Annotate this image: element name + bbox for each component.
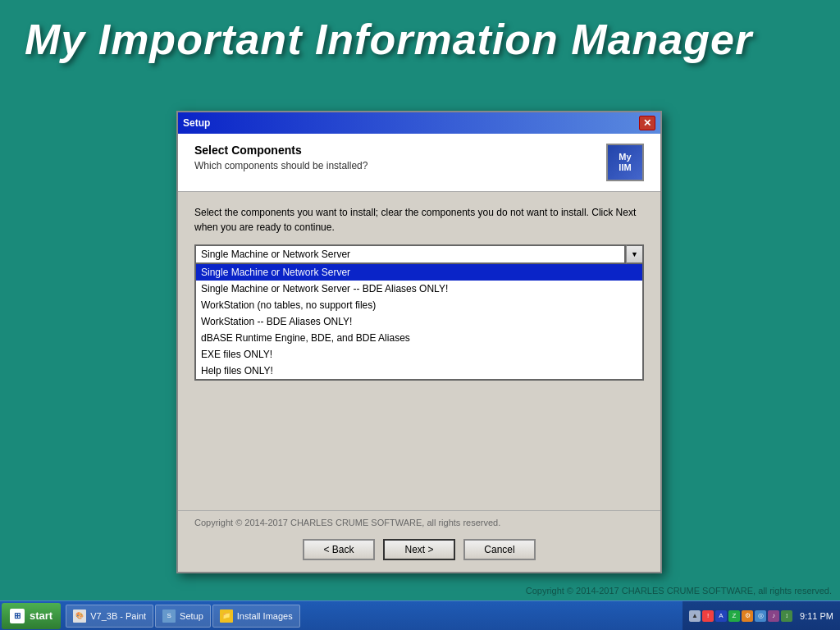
dropdown-option-3[interactable]: WorkStation -- BDE Aliases ONLY! [196,313,642,330]
tray-icon-5: ⚙ [742,610,753,622]
start-label: start [30,609,52,622]
dialog-titlebar: Setup ✕ [178,112,660,134]
paint-icon: 🎨 [73,609,86,623]
dropdown-option-5[interactable]: EXE files ONLY! [196,346,642,363]
dialog-heading: Select Components [194,144,368,157]
dropdown-option-2[interactable]: WorkStation (no tables, no support files… [196,297,642,313]
taskbar-items: 🎨 V7_3B - Paint S Setup 📁 Install Images [62,605,682,628]
dialog-buttons: < Back Next > Cancel [178,531,660,572]
tray-icon-1: ▲ [689,610,701,622]
dropdown-option-1[interactable]: Single Machine or Network Server -- BDE … [196,281,642,297]
taskbar-item-paint[interactable]: 🎨 V7_3B - Paint [66,605,153,628]
tray-icon-4: Z [728,610,740,622]
dialog-title: Setup [183,117,210,129]
setup-dialog: Setup ✕ Select Components Which componen… [176,111,662,573]
setup-icon: S [162,609,176,623]
taskbar-item-label-1: Setup [180,611,203,621]
dialog-copyright: Copyright © 2014-2017 CHARLES CRUME SOFT… [178,510,660,531]
dialog-header: Select Components Which components shoul… [178,134,660,192]
back-button[interactable]: < Back [303,539,375,560]
start-button[interactable]: ⊞ start [2,603,61,629]
desktop-copyright: Copyright © 2014-2017 CHARLES CRUME SOFT… [526,586,832,596]
dropdown-list: Single Machine or Network Server Single … [194,264,644,381]
dialog-subtext: Which components should be installed? [194,160,368,171]
taskbar: ⊞ start 🎨 V7_3B - Paint S Setup 📁 Instal… [0,600,840,630]
tray-icon-6: ◎ [755,610,766,622]
next-button[interactable]: Next > [383,539,455,560]
folder-icon: 📁 [220,609,233,623]
dropdown-option-0[interactable]: Single Machine or Network Server [196,264,642,281]
windows-icon: ⊞ [10,609,25,623]
system-time: 9:11 PM [800,611,833,621]
taskbar-item-setup[interactable]: S Setup [155,605,211,628]
tray-icon-3: A [715,610,727,622]
tray-icon-7: ♪ [768,610,779,622]
dialog-body: Select Components Which components shoul… [178,134,660,572]
taskbar-item-label-0: V7_3B - Paint [90,611,146,621]
instructions-text: Select the components you want to instal… [194,205,644,235]
dropdown-option-4[interactable]: dBASE Runtime Engine, BDE, and BDE Alias… [196,330,642,346]
system-tray: ▲ ! A Z ⚙ ◎ ♪ ↕ 9:11 PM [682,601,840,630]
tray-icons: ▲ ! A Z ⚙ ◎ ♪ ↕ [689,610,792,622]
taskbar-item-label-2: Install Images [237,611,293,621]
app-title: My Important Information Manager [0,0,840,79]
tray-icon-8: ↕ [781,610,792,622]
cancel-button[interactable]: Cancel [463,539,536,560]
dialog-logo: MyIIM [606,144,644,181]
dialog-header-text: Select Components Which components shoul… [194,144,368,171]
dropdown-selected-value[interactable]: Single Machine or Network Server [194,244,626,264]
tray-icon-2: ! [702,610,714,622]
dropdown-option-6[interactable]: Help files ONLY! [196,363,642,379]
dropdown-arrow-button[interactable]: ▼ [626,244,644,264]
close-button[interactable]: ✕ [639,116,655,130]
dialog-content: Select the components you want to instal… [178,192,660,461]
component-dropdown-container: Single Machine or Network Server ▼ Singl… [194,244,644,381]
taskbar-item-images[interactable]: 📁 Install Images [212,605,300,628]
